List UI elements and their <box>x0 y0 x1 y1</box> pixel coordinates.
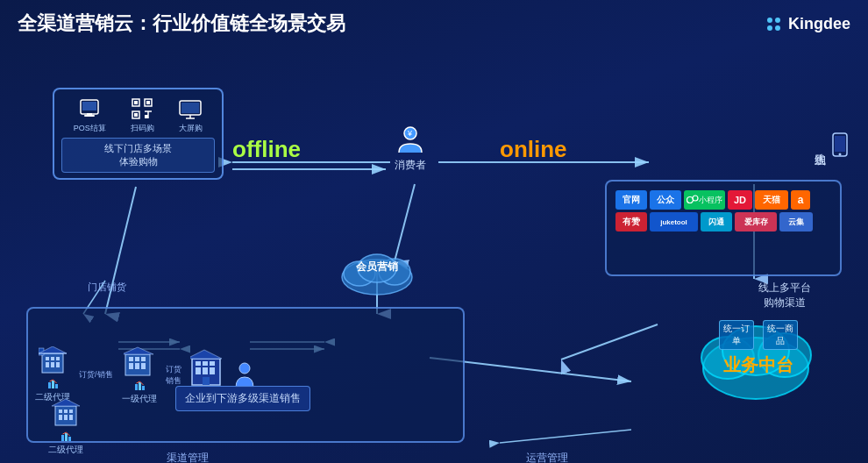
bigscreen-icon-item: 大屏购 <box>178 96 203 134</box>
svg-marker-90 <box>52 399 80 406</box>
svg-rect-88 <box>64 410 68 413</box>
platform-gongzhong: 公众 <box>650 190 681 210</box>
platform-juketool: juketool <box>650 212 698 232</box>
platform-aiku: 爱库存 <box>735 212 777 232</box>
page-title: 全渠道营销云：行业价值链全场景交易 <box>18 11 345 37</box>
enterprise-channel-box: 二级代理 订货/销售 <box>26 307 465 443</box>
svg-rect-24 <box>87 113 92 116</box>
svg-rect-77 <box>196 361 201 366</box>
store-cargo-label: 门店铺货 <box>88 281 126 294</box>
level2-agent2-label: 二级代理 <box>48 444 83 456</box>
offline-label: offline <box>232 136 301 163</box>
level1-agent-label: 一级代理 <box>122 393 157 405</box>
order-delivery-label: 订货 销售 <box>166 364 181 387</box>
platform-shantong: 闪通 <box>701 212 732 232</box>
svg-rect-52 <box>56 362 60 367</box>
person-icon-wrapper <box>234 361 255 389</box>
svg-rect-51 <box>51 362 54 367</box>
consumer-icon: ¥ <box>395 125 426 156</box>
logo-icon <box>767 18 783 31</box>
platform-yozan: 有赞 <box>615 212 647 232</box>
channel-mgmt-label: 渠道管理 <box>167 451 209 463</box>
chart-icon-2 <box>134 381 145 391</box>
unified-order: 统一订 单 <box>719 320 754 350</box>
scan-icon-item: 扫码购 <box>130 96 154 134</box>
svg-rect-91 <box>61 435 64 441</box>
building-icon-1 <box>39 346 67 377</box>
platform-guanwang: 官网 <box>615 190 647 210</box>
svg-text:¥: ¥ <box>407 129 413 138</box>
building-icon-2 <box>124 345 155 379</box>
svg-rect-28 <box>134 101 138 104</box>
svg-rect-75 <box>203 367 208 374</box>
svg-rect-35 <box>181 103 199 113</box>
svg-rect-54 <box>51 357 54 360</box>
svg-rect-60 <box>52 381 54 388</box>
svg-rect-63 <box>129 363 133 369</box>
business-platform-label: 业务中台 <box>697 353 820 377</box>
platform-tmall: 天猫 <box>755 190 788 210</box>
svg-rect-85 <box>64 415 68 420</box>
svg-line-19 <box>500 430 631 443</box>
svg-rect-89 <box>69 410 73 413</box>
scan-label: 扫码购 <box>131 123 154 134</box>
wechat-icon <box>687 194 699 206</box>
platform-jd: JD <box>728 190 752 210</box>
order-sales-label: 订货/销售 <box>79 369 113 381</box>
consumer-label: 消费者 <box>395 158 426 173</box>
bigscreen-label: 大屏购 <box>179 123 203 134</box>
building-icon-3 <box>52 399 80 430</box>
svg-rect-71 <box>139 382 141 390</box>
offline-store-box: POS结算 扫码购 <box>53 88 224 180</box>
enterprise-icon <box>190 348 225 388</box>
business-platform-container: 统一订 单 统一商 品 业务中台 <box>688 307 824 412</box>
svg-rect-33 <box>145 115 148 118</box>
svg-rect-64 <box>135 363 139 369</box>
miniapp-label: 小程序 <box>699 195 722 206</box>
svg-rect-61 <box>55 384 58 388</box>
svg-line-13 <box>105 187 136 314</box>
diagram-area: offline online POS结算 <box>0 44 868 463</box>
online-platforms-box: 官网 公众 小程序 JD 天猫 a 有赞 juketool 闪通 爱库存 云集 <box>605 180 842 276</box>
pos-label: POS结算 <box>74 123 106 134</box>
svg-rect-55 <box>56 357 60 360</box>
svg-rect-79 <box>210 361 215 366</box>
phone-icon <box>829 132 850 158</box>
member-marketing-cloud: 会员营销 <box>333 244 421 301</box>
svg-marker-80 <box>190 350 222 359</box>
level2-agent1: 二级代理 <box>35 346 70 403</box>
business-platform-inner: 统一订 单 统一商 品 业务中台 <box>697 320 820 377</box>
chart-icon-1 <box>47 379 58 389</box>
svg-rect-86 <box>69 415 73 420</box>
svg-line-10 <box>561 324 658 360</box>
member-marketing-label: 会员营销 <box>333 260 421 274</box>
svg-point-42 <box>839 153 842 156</box>
svg-point-82 <box>239 363 250 374</box>
platform-wechat-miniapp: 小程序 <box>684 190 725 210</box>
svg-rect-66 <box>129 357 133 361</box>
platform-amazon: a <box>791 190 810 210</box>
scan-icon <box>130 96 154 121</box>
consumer: ¥ 消费者 <box>395 125 426 173</box>
svg-rect-78 <box>203 361 208 366</box>
svg-rect-22 <box>82 102 96 110</box>
offline-icons: POS结算 扫码购 <box>61 96 215 134</box>
pos-icon <box>77 96 102 121</box>
svg-rect-30 <box>134 113 138 117</box>
svg-rect-70 <box>135 384 138 390</box>
level1-agent: 一级代理 <box>122 345 157 405</box>
svg-rect-76 <box>210 367 215 374</box>
chart-icon-3 <box>60 431 71 442</box>
online-shopping: 线上购 <box>812 132 850 158</box>
online-label: online <box>500 136 567 163</box>
svg-rect-41 <box>835 136 845 152</box>
svg-rect-67 <box>135 357 139 361</box>
unified-labels: 统一订 单 统一商 品 <box>697 320 820 350</box>
level2-agent2: 二级代理 <box>48 399 83 456</box>
logo: Kingdee <box>767 15 850 33</box>
enterprise-inner: 二级代理 订货/销售 <box>35 316 456 434</box>
offline-store-label: 线下门店多场景 体验购物 <box>61 138 215 173</box>
svg-point-44 <box>693 196 698 201</box>
svg-rect-87 <box>59 410 62 413</box>
svg-rect-93 <box>68 437 71 441</box>
